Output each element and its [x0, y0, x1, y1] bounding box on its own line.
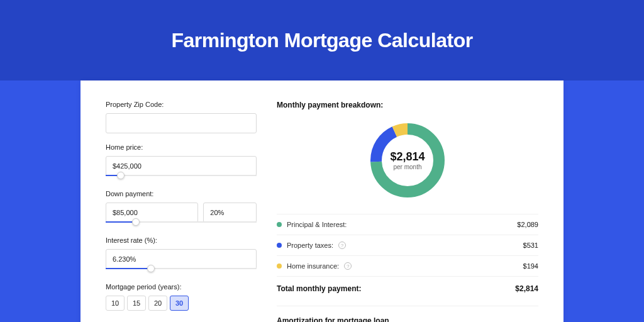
period-label: Mortgage period (years):: [106, 283, 257, 291]
donut-chart-wrap: $2,814 per month: [277, 119, 538, 201]
amortization-title: Amortization for mortgage loan: [277, 316, 538, 322]
legend-row-principal: Principal & Interest: $2,089: [277, 214, 538, 235]
home-price-label: Home price:: [106, 143, 257, 151]
total-label: Total monthly payment:: [277, 284, 361, 293]
legend-dot-icon: [277, 222, 282, 227]
form-panel: Property Zip Code: Home price: Down paym…: [106, 101, 257, 322]
amortization-section: Amortization for mortgage loan Amortizat…: [277, 306, 538, 322]
zip-input[interactable]: [106, 113, 257, 133]
period-option-15[interactable]: 15: [127, 296, 146, 311]
down-payment-slider[interactable]: [106, 221, 257, 226]
home-price-group: Home price:: [106, 143, 257, 180]
down-payment-group: Down payment:: [106, 190, 257, 226]
calculator-card: Property Zip Code: Home price: Down paym…: [80, 80, 564, 322]
breakdown-title: Monthly payment breakdown:: [277, 101, 538, 109]
period-option-10[interactable]: 10: [106, 296, 125, 311]
period-segmented: 10 15 20 30: [106, 296, 257, 311]
legend-label: Property taxes:: [287, 242, 333, 249]
donut-center-value: $2,814: [390, 150, 425, 164]
legend-value: $531: [523, 242, 538, 249]
breakdown-panel: Monthly payment breakdown: $2,814 per mo…: [277, 101, 538, 322]
info-icon[interactable]: ?: [338, 242, 346, 249]
legend-dot-icon: [277, 243, 282, 248]
info-icon[interactable]: ?: [344, 262, 352, 270]
interest-rate-input[interactable]: [106, 249, 257, 269]
period-option-20[interactable]: 20: [148, 296, 167, 311]
down-payment-amount-input[interactable]: [106, 203, 198, 223]
legend-label: Home insurance:: [287, 262, 339, 270]
interest-rate-group: Interest rate (%):: [106, 236, 257, 273]
zip-label: Property Zip Code:: [106, 101, 257, 108]
page-title: Farmington Mortgage Calculator: [171, 29, 472, 52]
page-banner: Farmington Mortgage Calculator: [0, 0, 644, 80]
home-price-slider[interactable]: [106, 175, 257, 180]
legend-dot-icon: [277, 264, 282, 269]
interest-rate-slider[interactable]: [106, 268, 257, 273]
down-payment-label: Down payment:: [106, 190, 257, 197]
legend-row-taxes: Property taxes: ? $531: [277, 235, 538, 255]
donut-center-sub: per month: [393, 164, 421, 170]
legend-value: $2,089: [517, 221, 538, 228]
total-value: $2,814: [515, 284, 538, 293]
period-group: Mortgage period (years): 10 15 20 30: [106, 283, 257, 311]
legend-row-insurance: Home insurance: ? $194: [277, 255, 538, 276]
donut-chart: $2,814 per month: [367, 119, 448, 201]
down-payment-percent-input[interactable]: [203, 203, 257, 223]
home-price-input[interactable]: [106, 156, 257, 176]
legend-value: $194: [523, 262, 538, 270]
period-option-30[interactable]: 30: [170, 296, 189, 311]
interest-rate-label: Interest rate (%):: [106, 236, 257, 244]
total-row: Total monthly payment: $2,814: [277, 276, 538, 303]
legend-label: Principal & Interest:: [287, 221, 347, 228]
zip-group: Property Zip Code:: [106, 101, 257, 133]
